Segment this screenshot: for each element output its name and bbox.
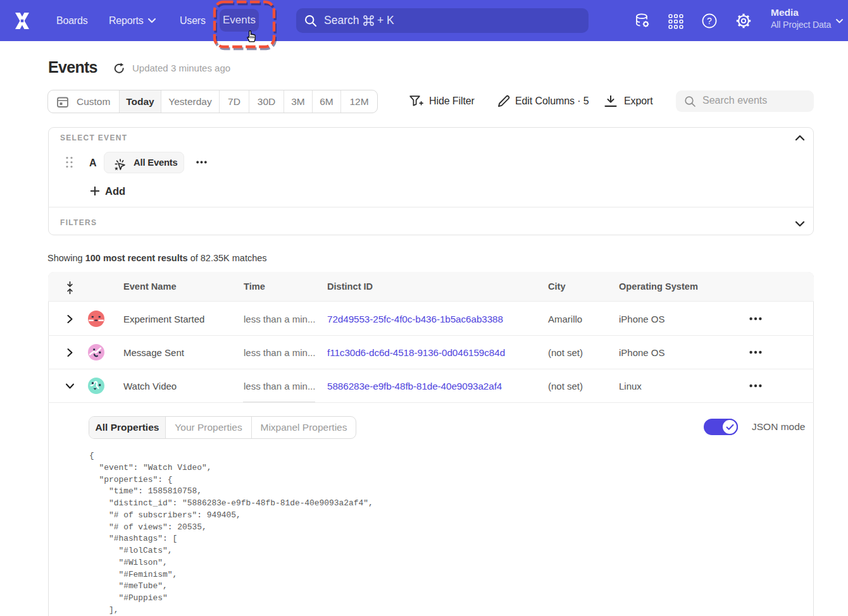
svg-text:?: ? — [707, 16, 712, 26]
